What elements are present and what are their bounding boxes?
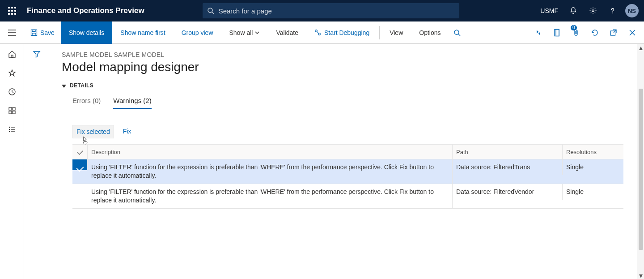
- table-header-row: Description Path Resolutions: [72, 144, 623, 159]
- show-all-dropdown[interactable]: Show all: [221, 21, 268, 44]
- save-label: Save: [40, 29, 55, 36]
- modules-icon[interactable]: [8, 125, 16, 133]
- scroll-up-icon[interactable]: ▴: [637, 44, 644, 51]
- vertical-scrollbar[interactable]: ▴ ▾: [637, 44, 644, 279]
- group-view-button[interactable]: Group view: [174, 21, 221, 44]
- svg-point-31: [8, 131, 9, 132]
- save-icon: [30, 29, 38, 36]
- action-bar: Save Show details Show name first Group …: [0, 21, 644, 44]
- personalize-icon[interactable]: [530, 21, 547, 44]
- page-search-icon[interactable]: [449, 21, 465, 44]
- scroll-thumb[interactable]: [639, 89, 643, 250]
- global-search[interactable]: [203, 3, 459, 18]
- avatar[interactable]: NS: [625, 4, 639, 17]
- fix-button[interactable]: Fix: [119, 125, 135, 138]
- svg-line-11: [317, 31, 319, 33]
- warnings-table: Description Path Resolutions Using 'FILT…: [72, 144, 623, 209]
- cell-path: Data source: FilteredTrans: [453, 159, 563, 175]
- svg-point-27: [8, 127, 9, 128]
- svg-line-13: [458, 34, 460, 36]
- scroll-down-icon[interactable]: ▾: [637, 272, 644, 279]
- cell-resolutions: Single: [563, 184, 615, 200]
- svg-rect-16: [555, 29, 559, 36]
- svg-rect-26: [13, 111, 15, 114]
- svg-point-29: [8, 129, 9, 130]
- svg-rect-23: [9, 107, 12, 110]
- debug-icon: [314, 29, 322, 36]
- fix-selected-button[interactable]: Fix selected: [72, 125, 114, 138]
- svg-marker-15: [538, 32, 540, 35]
- svg-rect-7: [32, 30, 35, 31]
- close-icon[interactable]: [624, 21, 640, 44]
- show-name-first-button[interactable]: Show name first: [112, 21, 173, 44]
- app-title: Finance and Operations Preview: [24, 6, 144, 15]
- cell-description: Using 'FILTER' function for the expressi…: [88, 184, 453, 208]
- global-topbar: Finance and Operations Preview USMF NS: [0, 0, 644, 21]
- collapse-caret-icon: [62, 85, 66, 88]
- svg-point-0: [208, 8, 212, 13]
- save-button[interactable]: Save: [24, 21, 61, 44]
- svg-marker-14: [537, 30, 538, 34]
- legal-entity-picker[interactable]: USMF: [536, 7, 563, 14]
- svg-line-1: [212, 12, 214, 14]
- tabs: Errors (0) Warnings (2): [62, 95, 634, 109]
- table-row[interactable]: Using 'FILTER' function for the expressi…: [72, 159, 623, 184]
- breadcrumb: SAMPLE MODEL SAMPLE MODEL: [62, 51, 634, 58]
- show-details-button[interactable]: Show details: [61, 21, 112, 44]
- column-header-description[interactable]: Description: [88, 145, 453, 159]
- svg-rect-25: [9, 111, 12, 114]
- column-header-resolutions[interactable]: Resolutions: [563, 145, 615, 159]
- details-section-label: DETAILS: [70, 82, 93, 89]
- expand-navigation-icon[interactable]: [0, 21, 24, 44]
- svg-rect-8: [32, 33, 36, 36]
- settings-icon[interactable]: [584, 0, 602, 21]
- svg-rect-24: [13, 107, 15, 110]
- notifications-icon[interactable]: [564, 0, 582, 21]
- select-all-header[interactable]: [72, 145, 88, 159]
- svg-rect-17: [556, 29, 559, 36]
- table-actions: Fix selected Fix: [62, 125, 634, 138]
- row-selector[interactable]: [72, 159, 88, 170]
- search-icon: [207, 7, 214, 14]
- options-menu[interactable]: Options: [411, 21, 449, 44]
- workspaces-icon[interactable]: [8, 107, 16, 115]
- favorites-icon[interactable]: [8, 69, 16, 77]
- filter-icon[interactable]: [33, 50, 41, 58]
- details-section-header[interactable]: DETAILS: [62, 82, 634, 89]
- page-title: Model mapping designer: [62, 60, 634, 74]
- cell-resolutions: Single: [563, 159, 615, 175]
- attachments-count-badge: 0: [571, 25, 577, 30]
- global-search-input[interactable]: [219, 7, 455, 15]
- recents-icon[interactable]: [8, 88, 16, 96]
- left-nav: [0, 44, 24, 279]
- validate-button[interactable]: Validate: [268, 21, 306, 44]
- app-launcher-icon[interactable]: [0, 0, 24, 21]
- table-row[interactable]: Using 'FILTER' function for the expressi…: [72, 184, 623, 209]
- attachments-icon[interactable]: 0: [568, 21, 584, 44]
- svg-point-12: [454, 30, 459, 34]
- column-header-path[interactable]: Path: [453, 145, 563, 159]
- svg-point-2: [592, 10, 594, 12]
- tab-warnings[interactable]: Warnings (2): [113, 95, 151, 109]
- cell-description: Using 'FILTER' function for the expressi…: [88, 159, 453, 184]
- chevron-down-icon: [254, 30, 260, 35]
- show-all-label: Show all: [229, 29, 253, 36]
- start-debugging-label: Start Debugging: [324, 29, 369, 36]
- separator: [379, 26, 380, 39]
- start-debugging-button[interactable]: Start Debugging: [306, 21, 377, 44]
- refresh-icon[interactable]: [587, 21, 603, 44]
- tab-errors[interactable]: Errors (0): [72, 95, 101, 109]
- view-menu[interactable]: View: [381, 21, 411, 44]
- home-icon[interactable]: [8, 50, 16, 58]
- filter-pane-collapsed: [24, 44, 49, 279]
- cell-path: Data source: FilteredVendor: [453, 184, 563, 200]
- svg-rect-21: [11, 55, 13, 57]
- popout-icon[interactable]: [606, 21, 622, 44]
- page-content: SAMPLE MODEL SAMPLE MODEL Model mapping …: [49, 44, 644, 279]
- open-in-office-icon[interactable]: [549, 21, 565, 44]
- help-icon[interactable]: [604, 0, 622, 21]
